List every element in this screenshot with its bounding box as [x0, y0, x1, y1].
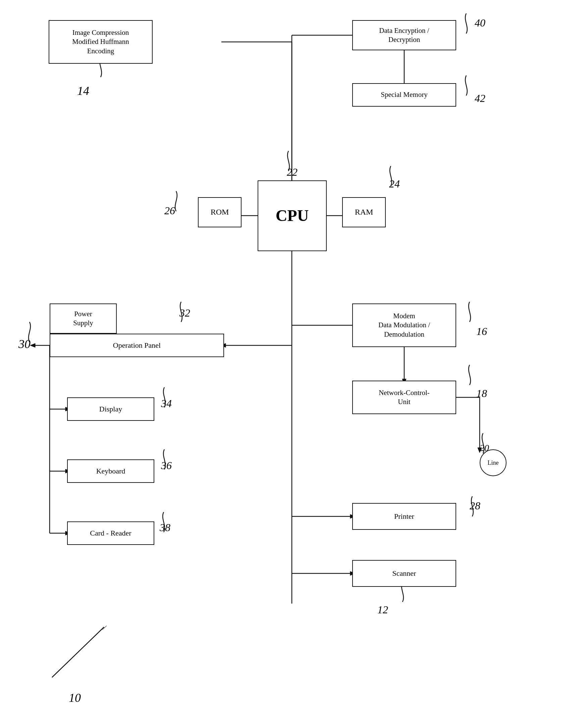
ref-36: 36	[161, 460, 172, 472]
svg-line-31	[52, 627, 104, 677]
ref-16: 16	[476, 325, 487, 338]
data-encryption-box: Data Encryption /Decryption	[352, 20, 456, 50]
power-supply-box: PowerSupply	[50, 304, 117, 334]
printer-box: Printer	[352, 503, 456, 530]
operation-panel-label: Operation Panel	[113, 341, 161, 350]
ref-40: 40	[475, 17, 485, 29]
network-control-box: Network-Control-Unit	[352, 381, 456, 414]
ref-22: 22	[287, 166, 298, 178]
ref-10: 10	[69, 691, 81, 705]
svg-marker-16	[30, 343, 35, 347]
special-memory-box: Special Memory	[352, 83, 456, 107]
rom-label: ROM	[211, 207, 229, 217]
modem-box: ModemData Modulation /Demodulation	[352, 304, 456, 347]
data-encryption-label: Data Encryption /Decryption	[379, 26, 429, 45]
ram-box: RAM	[342, 197, 386, 227]
ref-30: 30	[19, 337, 30, 351]
ref-12: 12	[377, 604, 388, 616]
ref-24: 24	[389, 178, 400, 190]
operation-panel-box: Operation Panel	[50, 334, 224, 357]
image-compression-label: Image CompressionModified HuffmannEncodi…	[72, 28, 129, 56]
rom-box: ROM	[198, 197, 241, 227]
keyboard-label: Keyboard	[96, 466, 125, 476]
network-control-label: Network-Control-Unit	[379, 388, 430, 407]
line-circle: Line	[480, 449, 507, 476]
ref-18: 18	[476, 387, 487, 400]
ref-28: 28	[469, 500, 480, 512]
scanner-label: Scanner	[392, 569, 416, 578]
keyboard-box: Keyboard	[67, 460, 154, 483]
cpu-box: CPU	[258, 180, 327, 251]
ram-label: RAM	[355, 207, 373, 217]
display-label: Display	[99, 405, 122, 414]
card-reader-box: Card - Reader	[67, 521, 154, 545]
ref-42: 42	[475, 92, 485, 105]
line-label: Line	[488, 460, 499, 466]
image-compression-box: Image CompressionModified HuffmannEncodi…	[49, 20, 153, 64]
display-box: Display	[67, 397, 154, 421]
printer-label: Printer	[394, 512, 414, 521]
ref-34: 34	[161, 397, 172, 410]
ref-38: 38	[160, 521, 171, 534]
ref-32: 32	[179, 307, 190, 319]
special-memory-label: Special Memory	[381, 90, 427, 99]
svg-marker-32	[102, 626, 107, 630]
scanner-box: Scanner	[352, 560, 456, 587]
modem-label: ModemData Modulation /Demodulation	[378, 312, 430, 339]
ref-26: 26	[164, 205, 175, 217]
card-reader-label: Card - Reader	[90, 528, 131, 538]
ref-20: 20	[480, 443, 489, 453]
ref-14: 14	[77, 84, 89, 98]
cpu-label: CPU	[276, 205, 309, 226]
power-supply-label: PowerSupply	[73, 310, 93, 328]
